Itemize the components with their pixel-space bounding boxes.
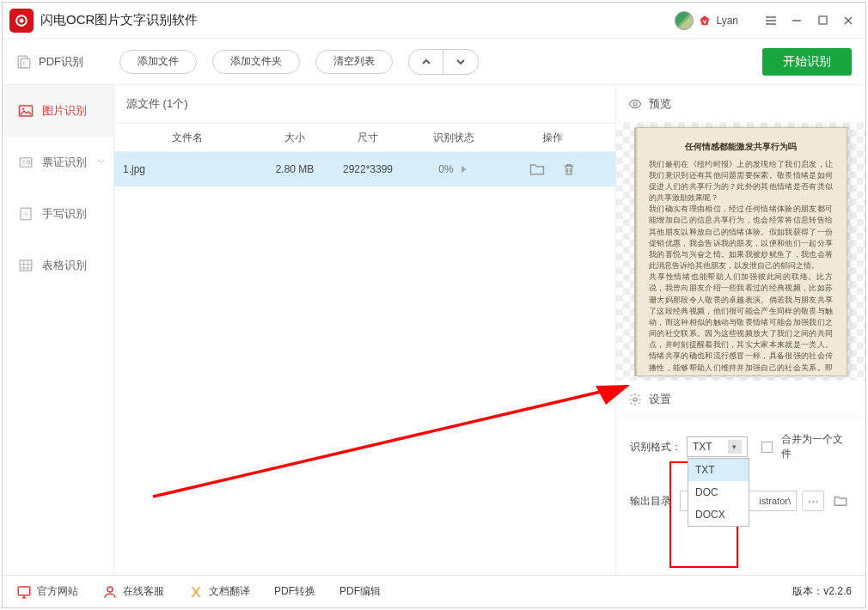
- sidebar: 图片识别 票证识别 ﹀ 手写识别 表格识别: [3, 85, 114, 575]
- format-option-docx[interactable]: DOCX: [688, 503, 749, 526]
- svg-point-7: [22, 108, 24, 110]
- sidebar-item-label: PDF识别: [39, 54, 83, 70]
- chevron-down-icon: ▾: [728, 440, 742, 454]
- footer-link-support[interactable]: 在线客服: [102, 584, 164, 600]
- file-table-header: 文件名 大小 尺寸 识别状态 操作: [114, 123, 615, 152]
- start-recognition-button[interactable]: 开始识别: [762, 48, 852, 76]
- settings-header: 设置: [616, 381, 865, 418]
- table-row[interactable]: 1.jpg 2.80 MB 2922*3399 0%: [114, 152, 615, 186]
- svg-point-12: [633, 102, 637, 106]
- preview-title: 预览: [649, 96, 671, 112]
- col-header-status: 识别状态: [406, 131, 501, 145]
- svg-point-13: [633, 398, 637, 401]
- svg-text:P: P: [23, 60, 27, 65]
- right-panel: 预览 任何情感都能激发共享行为吗 我们最初在《纽约时报》上的发现给了我们启发，让…: [616, 85, 865, 575]
- menu-button[interactable]: [761, 10, 781, 31]
- sidebar-item-ticket[interactable]: 票证识别 ﹀: [3, 137, 113, 188]
- sidebar-item-handwriting[interactable]: 手写识别: [3, 188, 113, 240]
- svg-rect-11: [20, 260, 32, 271]
- vip-badge-icon: [699, 15, 711, 27]
- format-option-doc[interactable]: DOC: [688, 481, 749, 503]
- svg-point-9: [27, 161, 30, 164]
- sidebar-item-label: 图片识别: [42, 103, 87, 119]
- move-down-button[interactable]: [443, 50, 478, 74]
- format-label: 识别格式：: [630, 440, 682, 454]
- sidebar-item-label: 表格识别: [42, 258, 87, 273]
- file-dim-cell: 2922*3399: [329, 163, 406, 175]
- reorder-group: [408, 49, 479, 75]
- sidebar-item-table[interactable]: 表格识别: [3, 240, 113, 291]
- delete-icon[interactable]: [561, 161, 577, 178]
- file-size-cell: 2.80 MB: [260, 163, 329, 175]
- footer-link-pdf-convert[interactable]: PDF转换: [274, 584, 315, 599]
- clear-list-button[interactable]: 清空列表: [315, 50, 393, 74]
- eye-icon: [628, 97, 642, 111]
- sidebar-item-pdf[interactable]: P PDF识别: [16, 54, 102, 70]
- format-dropdown[interactable]: TXT DOC DOCX: [688, 458, 749, 527]
- file-name-cell: 1.jpg: [114, 163, 260, 175]
- progress-indicator: 0%: [438, 163, 468, 175]
- footer-link-pdf-edit[interactable]: PDF编辑: [339, 584, 381, 599]
- maximize-button[interactable]: [812, 10, 833, 31]
- open-folder-icon[interactable]: [529, 161, 546, 178]
- play-icon[interactable]: [459, 164, 469, 174]
- minimize-button[interactable]: [786, 10, 807, 31]
- svg-point-15: [107, 587, 113, 592]
- close-button[interactable]: [838, 10, 859, 31]
- chevron-down-icon: ﹀: [97, 156, 106, 168]
- add-file-button[interactable]: 添加文件: [119, 50, 197, 74]
- file-section-title: 源文件 (1个): [114, 85, 615, 123]
- version-label: 版本：v2.2.6: [792, 584, 852, 599]
- footer-link-website[interactable]: 官方网站: [16, 584, 78, 600]
- preview-body: 任何情感都能激发共享行为吗 我们最初在《纽约时报》上的发现给了我们启发，让我们意…: [616, 123, 865, 381]
- format-select[interactable]: TXT ▾ TXT DOC DOCX: [687, 436, 748, 457]
- sidebar-item-image[interactable]: 图片识别: [3, 85, 113, 137]
- col-header-dim: 尺寸: [329, 131, 406, 145]
- file-list-panel: 源文件 (1个) 文件名 大小 尺寸 识别状态 操作 1.jpg 2.80 MB…: [114, 85, 616, 575]
- footer: 官方网站 在线客服 文档翻译 PDF转换 PDF编辑 版本：v2.2.6: [3, 575, 865, 607]
- add-folder-button[interactable]: 添加文件夹: [212, 50, 300, 74]
- footer-link-translate[interactable]: 文档翻译: [188, 584, 250, 600]
- titlebar: 闪电OCR图片文字识别软件 Lyan: [3, 3, 865, 39]
- user-avatar[interactable]: [675, 11, 694, 30]
- svg-rect-14: [18, 587, 30, 595]
- username-label[interactable]: Lyan: [716, 15, 738, 27]
- move-up-button[interactable]: [409, 50, 443, 74]
- settings-title: 设置: [649, 392, 671, 407]
- browse-folder-button[interactable]: [829, 491, 852, 511]
- svg-rect-2: [819, 16, 827, 24]
- col-header-name: 文件名: [114, 131, 260, 145]
- svg-point-16: [195, 590, 198, 593]
- preview-header: 预览: [616, 85, 865, 123]
- col-header-op: 操作: [501, 131, 604, 145]
- merge-checkbox[interactable]: [761, 442, 773, 453]
- sidebar-item-label: 票证识别: [42, 155, 87, 170]
- sidebar-item-label: 手写识别: [42, 206, 87, 222]
- merge-label: 合并为一个文件: [781, 432, 852, 461]
- toolbar: P PDF识别 添加文件 添加文件夹 清空列表 开始识别: [3, 39, 865, 85]
- app-logo: [9, 9, 34, 33]
- more-button[interactable]: ⋯: [802, 491, 824, 511]
- col-header-size: 大小: [260, 131, 329, 145]
- format-option-txt[interactable]: TXT: [688, 459, 749, 481]
- preview-page-thumbnail[interactable]: 任何情感都能激发共享行为吗 我们最初在《纽约时报》上的发现给了我们启发，让我们意…: [634, 127, 847, 376]
- svg-point-1: [20, 18, 24, 22]
- app-title: 闪电OCR图片文字识别软件: [40, 12, 198, 28]
- output-label: 输出目录: [630, 494, 675, 509]
- gear-icon: [628, 393, 642, 406]
